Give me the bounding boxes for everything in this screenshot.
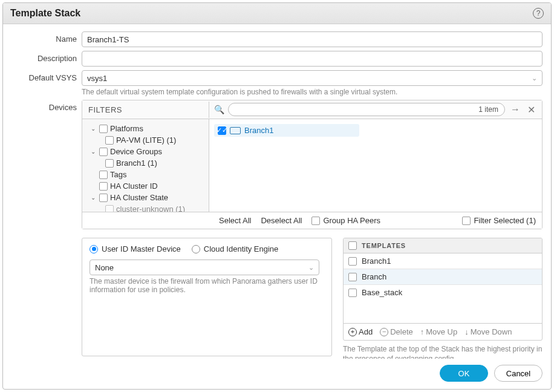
chevron-down-icon[interactable]: ⌄ — [91, 194, 97, 201]
cancel-button[interactable]: Cancel — [494, 365, 543, 382]
filters-tree[interactable]: ⌄ Platforms PA-VM (LITE) (1) ⌄ — [82, 119, 209, 212]
templates-header: TEMPLATES — [344, 238, 542, 253]
tree-branch1[interactable]: Branch1 (1) — [85, 157, 206, 169]
checkbox[interactable] — [99, 125, 108, 133]
master-device-helper: The master device is the firewall from w… — [90, 277, 319, 294]
checkbox[interactable] — [99, 148, 108, 156]
checkbox[interactable] — [462, 217, 471, 225]
item-count: 1 item — [478, 105, 498, 114]
description-label: Description — [11, 51, 82, 63]
dialog-body: Name Description Default VSYS vsys1 ⌄ Th… — [3, 24, 551, 359]
device-name: Branch1 — [244, 126, 273, 135]
chevron-down-icon: ⌄ — [532, 74, 537, 82]
checkbox[interactable] — [348, 257, 357, 266]
move-up-button[interactable]: ↑ Move Up — [420, 327, 458, 336]
checkbox[interactable] — [348, 273, 357, 281]
template-row[interactable]: Branch — [344, 269, 542, 285]
template-name: Base_stack — [362, 288, 402, 297]
arrow-right-icon[interactable]: → — [509, 104, 522, 115]
master-device-value: None — [95, 263, 114, 272]
group-ha-peers-toggle[interactable]: Group HA Peers — [311, 216, 380, 225]
template-name: Branch — [362, 272, 386, 281]
arrow-up-icon: ↑ — [420, 327, 425, 336]
dialog-footer: OK Cancel — [3, 359, 551, 389]
device-icon — [230, 127, 241, 134]
checkbox[interactable] — [348, 289, 357, 297]
device-result-list: ✓ Branch1 — [209, 119, 542, 212]
tree-ha-cluster-state[interactable]: ⌄ HA Cluster State — [85, 192, 206, 203]
dialog-title: Template Stack — [10, 8, 80, 19]
template-row[interactable]: Branch1 — [344, 253, 542, 269]
checkbox[interactable] — [105, 205, 114, 212]
checkbox[interactable] — [99, 171, 108, 179]
select-all-button[interactable]: Select All — [219, 216, 251, 225]
chevron-down-icon: ⌄ — [308, 264, 314, 272]
checkbox[interactable] — [311, 217, 320, 225]
tree-device-groups[interactable]: ⌄ Device Groups — [85, 146, 206, 157]
name-input[interactable] — [82, 31, 543, 47]
filter-selected-toggle[interactable]: Filter Selected (1) — [462, 216, 536, 225]
tree-ha-cluster-id[interactable]: ⌄ HA Cluster ID — [85, 180, 206, 192]
tree-pa-vm[interactable]: PA-VM (LITE) (1) — [85, 134, 206, 146]
radio-icon — [192, 245, 200, 253]
minus-icon: − — [380, 328, 388, 336]
tree-platforms[interactable]: ⌄ Platforms — [85, 123, 206, 134]
search-icon[interactable]: 🔍 — [214, 105, 224, 114]
ok-button[interactable]: OK — [440, 365, 488, 382]
chevron-down-icon[interactable]: ⌄ — [91, 125, 97, 132]
template-row[interactable]: Base_stack — [344, 285, 542, 300]
checkbox-all-templates[interactable] — [348, 241, 357, 250]
chevron-down-icon[interactable]: ⌄ — [91, 148, 97, 155]
checkbox[interactable] — [105, 136, 114, 145]
template-name: Branch1 — [362, 256, 391, 266]
checkbox[interactable]: ✓ — [218, 126, 226, 135]
delete-template-button[interactable]: − Delete — [380, 327, 413, 336]
devices-label: Devices — [11, 100, 82, 112]
templates-toolbar: + Add − Delete ↑ Move Up — [343, 323, 543, 341]
move-down-button[interactable]: ↓ Move Down — [464, 327, 512, 336]
checkbox[interactable] — [105, 159, 114, 168]
devices-panel: FILTERS 🔍 1 item → ✕ — [82, 100, 543, 229]
device-item-branch1[interactable]: ✓ Branch1 — [214, 124, 359, 137]
default-vsys-label: Default VSYS — [11, 70, 82, 82]
identity-panel: User ID Master Device Cloud Identity Eng… — [82, 238, 332, 356]
help-icon[interactable]: ? — [533, 8, 544, 19]
device-search-input[interactable]: 1 item — [228, 103, 505, 116]
name-label: Name — [11, 31, 82, 44]
checkbox[interactable] — [99, 182, 108, 191]
tree-tags[interactable]: ⌄ Tags — [85, 169, 206, 180]
default-vsys-value: vsys1 — [87, 74, 107, 83]
radio-icon — [90, 245, 98, 253]
default-vsys-select[interactable]: vsys1 ⌄ — [82, 70, 543, 86]
template-stack-dialog: Template Stack ? Name Description Defaul… — [2, 2, 552, 390]
deselect-all-button[interactable]: Deselect All — [261, 216, 302, 225]
description-input[interactable] — [82, 51, 543, 67]
master-device-select[interactable]: None ⌄ — [90, 260, 319, 275]
filters-title: FILTERS — [82, 102, 209, 118]
templates-panel: TEMPLATES Branch1 Branch — [343, 238, 543, 359]
arrow-down-icon: ↓ — [464, 327, 469, 336]
close-icon[interactable]: ✕ — [526, 104, 537, 116]
templates-helper: The Template at the top of the Stack has… — [343, 344, 543, 359]
add-template-button[interactable]: + Add — [348, 327, 373, 336]
vsys-helper: The default virtual system template conf… — [82, 88, 543, 96]
tree-cluster-unknown[interactable]: cluster-unknown (1) — [85, 203, 206, 212]
radio-cloud-identity[interactable]: Cloud Identity Engine — [192, 244, 279, 253]
plus-icon: + — [348, 328, 357, 336]
checkbox[interactable] — [99, 194, 108, 202]
titlebar: Template Stack ? — [3, 3, 551, 24]
device-toolbar: Select All Deselect All Group HA Peers F… — [82, 212, 542, 229]
radio-user-id-master[interactable]: User ID Master Device — [90, 244, 181, 253]
